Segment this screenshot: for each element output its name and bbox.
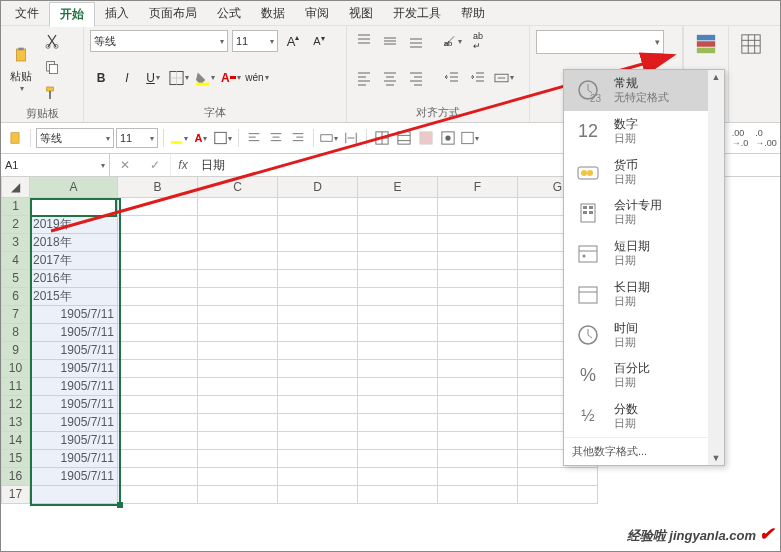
cell[interactable]	[278, 287, 358, 305]
cell[interactable]	[278, 485, 358, 503]
cell[interactable]	[118, 485, 198, 503]
cell[interactable]	[198, 233, 278, 251]
align-right-icon[interactable]	[405, 67, 427, 89]
mini-inc-decimal-icon[interactable]: .00→.0	[730, 128, 750, 148]
col-header[interactable]: B	[118, 177, 198, 197]
scroll-up-icon[interactable]: ▲	[712, 70, 721, 84]
mini-grid4-icon[interactable]	[438, 128, 458, 148]
row-header[interactable]: 2	[2, 215, 30, 233]
menu-home[interactable]: 开始	[49, 2, 95, 27]
cell[interactable]	[438, 251, 518, 269]
cell[interactable]	[358, 467, 438, 485]
cell[interactable]	[278, 197, 358, 215]
cell[interactable]	[438, 269, 518, 287]
cell[interactable]	[118, 269, 198, 287]
cell[interactable]: 2016年	[30, 269, 118, 287]
cell[interactable]	[118, 431, 198, 449]
cell[interactable]: 2015年	[30, 287, 118, 305]
cell[interactable]: 2018年	[30, 233, 118, 251]
cell[interactable]	[118, 215, 198, 233]
cell[interactable]	[438, 449, 518, 467]
cell[interactable]	[438, 305, 518, 323]
cell[interactable]	[118, 395, 198, 413]
cancel-icon[interactable]: ✕	[120, 158, 130, 172]
row-header[interactable]: 10	[2, 359, 30, 377]
cell[interactable]	[278, 359, 358, 377]
numfmt-item-shortdate[interactable]: 短日期日期	[564, 233, 724, 274]
menu-view[interactable]: 视图	[339, 2, 383, 25]
increase-indent-icon[interactable]	[467, 67, 489, 89]
cell[interactable]	[118, 413, 198, 431]
row-header[interactable]: 12	[2, 395, 30, 413]
cell[interactable]: 1905/7/11	[30, 377, 118, 395]
cell[interactable]	[118, 449, 198, 467]
mini-merge-icon[interactable]: ▾	[319, 128, 339, 148]
align-left-icon[interactable]	[353, 67, 375, 89]
cell[interactable]	[278, 251, 358, 269]
fx-icon[interactable]: fx	[171, 154, 195, 176]
cell[interactable]	[438, 233, 518, 251]
menu-insert[interactable]: 插入	[95, 2, 139, 25]
increase-font-icon[interactable]: A▴	[282, 30, 304, 52]
row-header[interactable]: 13	[2, 413, 30, 431]
row-header[interactable]: 4	[2, 251, 30, 269]
cell[interactable]	[278, 413, 358, 431]
cell[interactable]: 1905/7/11	[30, 467, 118, 485]
cell[interactable]	[118, 341, 198, 359]
cell[interactable]	[438, 215, 518, 233]
orientation-icon[interactable]: ab▾	[441, 30, 463, 52]
fill-color-icon[interactable]: ▾	[194, 67, 216, 89]
cell[interactable]	[198, 323, 278, 341]
cell[interactable]	[118, 359, 198, 377]
cell[interactable]	[438, 197, 518, 215]
mini-grid1-icon[interactable]	[372, 128, 392, 148]
numfmt-item-12[interactable]: 12数字日期	[564, 111, 724, 152]
cell[interactable]	[278, 269, 358, 287]
cell[interactable]	[518, 485, 598, 503]
numfmt-item-longdate[interactable]: 长日期日期	[564, 274, 724, 315]
underline-icon[interactable]: U▾	[142, 67, 164, 89]
cell[interactable]	[278, 215, 358, 233]
cell[interactable]	[438, 395, 518, 413]
cut-icon[interactable]	[41, 30, 63, 52]
cell[interactable]	[278, 233, 358, 251]
cell[interactable]	[358, 251, 438, 269]
cell[interactable]	[438, 431, 518, 449]
row-header[interactable]: 14	[2, 431, 30, 449]
cell[interactable]	[198, 485, 278, 503]
paste-label[interactable]: 粘贴	[10, 69, 32, 84]
cell[interactable]	[198, 377, 278, 395]
mini-autowidth-icon[interactable]	[341, 128, 361, 148]
cell[interactable]: 2019年	[30, 215, 118, 233]
align-top-icon[interactable]	[353, 30, 375, 52]
mini-fontcolor-icon[interactable]: A▾	[191, 128, 211, 148]
cell[interactable]	[358, 395, 438, 413]
row-header[interactable]: 7	[2, 305, 30, 323]
menu-help[interactable]: 帮助	[451, 2, 495, 25]
wrap-text-icon[interactable]: ab↵	[467, 30, 489, 52]
cell[interactable]	[358, 233, 438, 251]
phonetic-icon[interactable]: wén▾	[246, 67, 268, 89]
cell[interactable]	[358, 305, 438, 323]
cell[interactable]: 1905/7/11	[30, 413, 118, 431]
cell[interactable]	[438, 287, 518, 305]
cell[interactable]	[198, 413, 278, 431]
mini-fill-icon[interactable]: ▾	[169, 128, 189, 148]
cell[interactable]	[118, 251, 198, 269]
cell[interactable]	[438, 467, 518, 485]
bold-icon[interactable]: B	[90, 67, 112, 89]
menu-file[interactable]: 文件	[5, 2, 49, 25]
cell[interactable]: 1905/7/11	[30, 305, 118, 323]
mini-grid5-icon[interactable]: ▾	[460, 128, 480, 148]
mini-font-combo[interactable]: 等线▾	[36, 128, 114, 148]
mini-align-c-icon[interactable]	[266, 128, 286, 148]
cell[interactable]	[278, 449, 358, 467]
col-header[interactable]: A	[30, 177, 118, 197]
copy-icon[interactable]	[41, 56, 63, 78]
menu-formulas[interactable]: 公式	[207, 2, 251, 25]
cell[interactable]	[358, 485, 438, 503]
menu-data[interactable]: 数据	[251, 2, 295, 25]
col-header[interactable]: D	[278, 177, 358, 197]
cell[interactable]	[118, 467, 198, 485]
numfmt-item-accounting[interactable]: 会计专用日期	[564, 192, 724, 233]
